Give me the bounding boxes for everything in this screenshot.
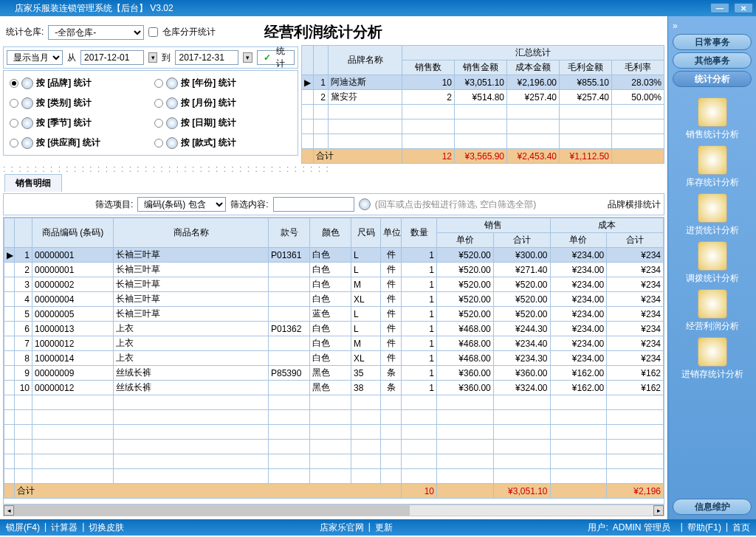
sales-icon bbox=[698, 97, 727, 127]
radio-style[interactable]: 按 [款式] 统计 bbox=[154, 136, 292, 149]
radio-category[interactable]: 按 [类别] 统计 bbox=[10, 97, 147, 109]
filter-input[interactable] bbox=[273, 197, 354, 212]
split-warehouse-label: 仓库分开统计 bbox=[162, 26, 216, 38]
radio-season[interactable]: 按 [季节] 统计 bbox=[10, 117, 147, 129]
detail-row[interactable]: ▶100000001长袖三叶草 P01361白色L件1 ¥520.00¥300.… bbox=[4, 248, 664, 263]
period-select[interactable]: 显示当月 bbox=[7, 50, 63, 65]
warehouse-label: 统计仓库: bbox=[6, 26, 44, 38]
warehouse-select[interactable]: -全部仓库- bbox=[48, 25, 144, 40]
summary-row[interactable]: 2黛安芬 2¥514.80¥257.40¥257.4050.00% bbox=[302, 90, 664, 105]
radio-dot bbox=[154, 99, 163, 108]
detail-row[interactable]: 1000000012丝绒长裤 黑色38条1 ¥360.00¥324.00¥162… bbox=[4, 381, 664, 395]
window-title: 店家乐服装连锁管理系统【后台】 V3.02 bbox=[3, 2, 710, 15]
detail-row[interactable]: 810000014上衣 白色XL件1 ¥468.00¥234.30¥234.00… bbox=[4, 351, 664, 366]
detail-row[interactable]: 610000013上衣 P01362白色L件1 ¥468.00¥244.30¥2… bbox=[4, 322, 664, 336]
move-icon bbox=[698, 241, 727, 271]
radio-date[interactable]: 按 [日期] 统计 bbox=[154, 117, 292, 129]
radio-dot bbox=[10, 139, 18, 148]
status-item[interactable]: 首页 bbox=[732, 522, 750, 534]
detail-tab[interactable]: 销售明细 bbox=[4, 174, 62, 192]
from-date-picker-icon[interactable]: ▾ bbox=[148, 52, 157, 63]
detail-row[interactable]: 710000012上衣 白色M件1 ¥468.00¥234.40¥234.00¥… bbox=[4, 336, 664, 351]
run-stats-button[interactable]: ✓统计 bbox=[257, 50, 295, 65]
lookup-icon[interactable] bbox=[166, 97, 178, 109]
sidebar-btn-other[interactable]: 其他事务 bbox=[673, 52, 752, 69]
sidebar-item-stock[interactable]: 库存统计分析 bbox=[686, 145, 739, 189]
detail-row[interactable]: 300000002长袖三叶草 白色M件1 ¥520.00¥520.00¥234.… bbox=[4, 277, 664, 292]
to-date-picker-icon[interactable]: ▾ bbox=[243, 52, 252, 63]
radio-brand[interactable]: 按 [品牌] 统计 bbox=[10, 77, 147, 89]
sidebar-item-inout[interactable]: 进销存统计分析 bbox=[681, 337, 743, 381]
minimize-button[interactable]: — bbox=[710, 3, 729, 13]
radio-dot bbox=[154, 79, 163, 88]
status-bar: 锁屏(F4)|计算器|切换皮肤 店家乐官网|更新 用户:ADMIN 管理员|帮助… bbox=[0, 519, 756, 536]
lookup-icon[interactable] bbox=[21, 137, 33, 149]
close-button[interactable]: ✕ bbox=[734, 3, 753, 13]
radio-month[interactable]: 按 [月份] 统计 bbox=[154, 97, 292, 109]
detail-table: 商品编码 (条码) 商品名称 款号 颜色 尺码 单位 数量 销售 成本 单价合计 bbox=[4, 218, 664, 499]
radio-dot bbox=[154, 139, 163, 148]
search-icon[interactable] bbox=[359, 198, 371, 210]
radio-dot bbox=[10, 99, 18, 108]
layout-toggle-button[interactable]: 品牌横排统计 bbox=[608, 198, 661, 211]
lookup-icon[interactable] bbox=[21, 117, 33, 129]
to-date[interactable] bbox=[175, 50, 238, 65]
filter-field-select[interactable]: 编码(条码) 包含 bbox=[137, 197, 226, 212]
divider-dots: : : : : : : : : : : : : : : : : : : : : … bbox=[3, 164, 330, 174]
sidebar-item-move[interactable]: 调拨统计分析 bbox=[686, 241, 739, 285]
radio-dot bbox=[10, 119, 18, 128]
title-bar: 店家乐服装连锁管理系统【后台】 V3.02 — ✕ bbox=[0, 0, 756, 16]
stock-icon bbox=[698, 145, 727, 175]
from-date[interactable] bbox=[80, 50, 144, 65]
summary-footer: 合计 12¥3,565.90 ¥2,453.40¥1,112.50 bbox=[302, 149, 664, 164]
status-item[interactable]: 店家乐官网 bbox=[320, 522, 364, 534]
status-item[interactable]: 更新 bbox=[375, 522, 393, 534]
lookup-icon[interactable] bbox=[21, 97, 33, 109]
sidebar-item-info[interactable]: 信息维护 bbox=[673, 499, 752, 515]
profit-icon bbox=[698, 289, 727, 319]
lookup-icon[interactable] bbox=[166, 117, 178, 129]
radio-supplier[interactable]: 按 [供应商] 统计 bbox=[10, 136, 147, 149]
detail-row[interactable]: 900000009丝绒长裤 P85390黑色35条1 ¥360.00¥360.0… bbox=[4, 366, 664, 381]
status-item[interactable]: 切换皮肤 bbox=[89, 522, 124, 534]
filter-item-label: 筛选项目: bbox=[95, 198, 133, 211]
radio-dot bbox=[154, 119, 163, 128]
sidebar-btn-daily[interactable]: 日常事务 bbox=[673, 34, 752, 50]
detail-footer: 合计10 ¥3,051.10¥2,196 bbox=[4, 484, 664, 499]
sidebar-item-sales[interactable]: 销售统计分析 bbox=[686, 97, 739, 141]
detail-row[interactable]: 200000001长袖三叶草 白色L件1 ¥520.00¥271.40¥234.… bbox=[4, 263, 664, 277]
lookup-icon[interactable] bbox=[166, 77, 178, 89]
summary-table: 品牌名称 汇总统计 销售数 销售金额 成本金额 毛利金额 毛利率 ▶1阿迪达斯 … bbox=[301, 45, 664, 164]
sidebar-btn-stats[interactable]: 统计分析 bbox=[673, 71, 752, 87]
split-warehouse-checkbox[interactable] bbox=[148, 27, 158, 37]
sidebar-item-profit[interactable]: 经营利润分析 bbox=[686, 289, 739, 333]
summary-row[interactable]: ▶1阿迪达斯 10¥3,051.10¥2,196.00¥855.1028.03% bbox=[302, 75, 664, 90]
lookup-icon[interactable] bbox=[21, 77, 33, 89]
status-item[interactable]: 锁屏(F4) bbox=[6, 522, 40, 534]
status-item[interactable]: 计算器 bbox=[51, 522, 78, 534]
sidebar-item-in[interactable]: 进货统计分析 bbox=[686, 193, 739, 237]
inout-icon bbox=[698, 337, 727, 367]
filter-hint: (回车或点击按钮进行筛选, 空白筛选全部) bbox=[375, 198, 537, 211]
sidebar-collapse-icon[interactable]: » bbox=[668, 21, 678, 31]
status-item: ADMIN 管理员 bbox=[613, 522, 670, 534]
status-item[interactable]: 帮助(F1) bbox=[687, 522, 721, 534]
radio-dot bbox=[10, 79, 18, 88]
detail-row[interactable]: 500000005长袖三叶草 蓝色L件1 ¥520.00¥520.00¥234.… bbox=[4, 307, 664, 322]
radio-year[interactable]: 按 [年份] 统计 bbox=[154, 77, 292, 89]
in-icon bbox=[698, 193, 727, 223]
sidebar: » 日常事务其他事务统计分析 销售统计分析库存统计分析进货统计分析调拨统计分析经… bbox=[667, 16, 756, 519]
status-item: 用户: bbox=[588, 522, 608, 534]
check-icon: ✓ bbox=[264, 52, 271, 63]
detail-row[interactable]: 400000004长袖三叶草 白色XL件1 ¥520.00¥520.00¥234… bbox=[4, 292, 664, 307]
horizontal-scrollbar[interactable]: ◂▸ bbox=[3, 505, 664, 516]
page-title: 经营利润统计分析 bbox=[264, 22, 382, 42]
lookup-icon[interactable] bbox=[166, 137, 178, 149]
filter-content-label: 筛选内容: bbox=[230, 198, 268, 211]
